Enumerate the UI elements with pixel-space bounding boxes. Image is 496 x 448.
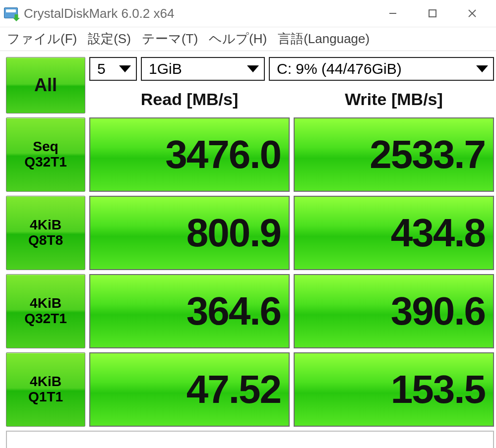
- test-label-line1: 4KiB: [30, 374, 62, 390]
- selector-row: 5 1GiB C: 9% (44/476GiB): [89, 57, 494, 81]
- run-all-button[interactable]: All: [6, 57, 85, 113]
- read-value-4k-q32t1: 364.6: [89, 274, 290, 348]
- menu-settings[interactable]: 設定(S): [85, 28, 134, 50]
- titlebar: CrystalDiskMark 6.0.2 x64: [0, 0, 496, 27]
- content-area: All 5 1GiB C: 9% (44/476GiB) Read [MB/s]…: [0, 51, 496, 448]
- write-value-4k-q8t8: 434.8: [294, 196, 494, 270]
- window-controls: [383, 3, 492, 23]
- close-button[interactable]: [462, 3, 482, 23]
- read-value-4k-q8t8: 800.9: [89, 196, 290, 270]
- test-label-line1: Seq: [33, 139, 58, 155]
- read-value-seq-q32t1: 3476.0: [89, 117, 290, 192]
- svg-rect-1: [429, 10, 436, 17]
- minimize-button[interactable]: [383, 3, 403, 23]
- runs-select[interactable]: 5: [89, 57, 137, 81]
- chevron-down-icon: [247, 65, 259, 72]
- test-label-line1: 4KiB: [30, 218, 62, 233]
- write-value-4k-q32t1: 390.6: [294, 274, 494, 348]
- test-button-4k-q8t8[interactable]: 4KiB Q8T8: [6, 196, 85, 270]
- column-header-write: Write [MB/s]: [294, 85, 494, 113]
- test-label-line1: 4KiB: [30, 296, 62, 311]
- menu-file[interactable]: ファイル(F): [4, 28, 80, 50]
- app-icon: [4, 5, 20, 21]
- runs-value: 5: [97, 60, 106, 77]
- menu-help[interactable]: ヘルプ(H): [206, 28, 270, 50]
- size-select[interactable]: 1GiB: [141, 57, 265, 81]
- size-value: 1GiB: [149, 60, 182, 77]
- test-label-line2: Q32T1: [24, 311, 67, 327]
- test-button-seq-q32t1[interactable]: Seq Q32T1: [6, 117, 85, 192]
- write-value-4k-q1t1: 153.5: [294, 352, 494, 427]
- menu-language[interactable]: 言語(Language): [275, 28, 372, 50]
- run-all-label: All: [34, 75, 57, 96]
- drive-select[interactable]: C: 9% (44/476GiB): [269, 57, 494, 81]
- column-header-read: Read [MB/s]: [89, 85, 290, 113]
- menubar: ファイル(F) 設定(S) テーマ(T) ヘルプ(H) 言語(Language): [0, 27, 496, 51]
- read-value-4k-q1t1: 47.52: [89, 352, 290, 427]
- status-bar: [6, 431, 494, 448]
- test-button-4k-q32t1[interactable]: 4KiB Q32T1: [6, 274, 85, 348]
- test-label-line2: Q32T1: [24, 155, 67, 170]
- window-title: CrystalDiskMark 6.0.2 x64: [24, 6, 383, 21]
- chevron-down-icon: [476, 65, 488, 72]
- write-value-seq-q32t1: 2533.7: [294, 117, 494, 192]
- chevron-down-icon: [119, 65, 131, 72]
- drive-value: C: 9% (44/476GiB): [277, 60, 402, 77]
- menu-theme[interactable]: テーマ(T): [139, 28, 201, 50]
- test-label-line2: Q8T8: [28, 233, 63, 248]
- test-button-4k-q1t1[interactable]: 4KiB Q1T1: [6, 352, 85, 427]
- maximize-button[interactable]: [423, 3, 442, 23]
- test-label-line2: Q1T1: [28, 390, 63, 405]
